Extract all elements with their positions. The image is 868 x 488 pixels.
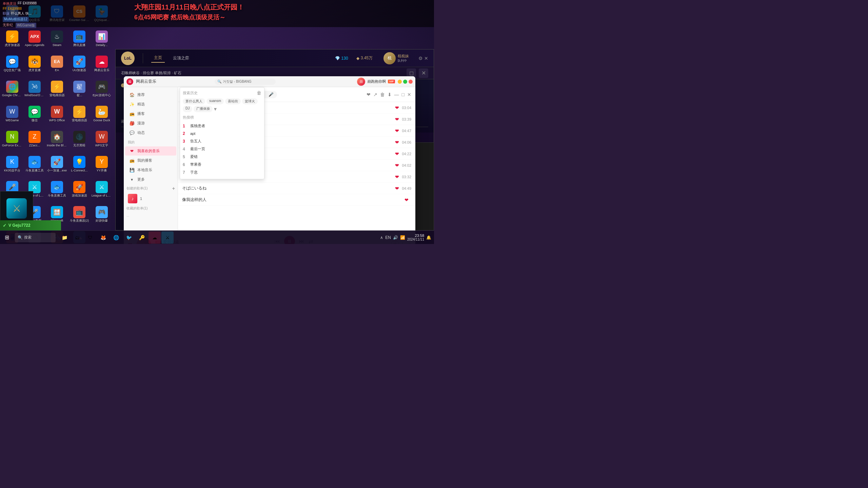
heart-control-icon[interactable]: ❤ [367,92,371,97]
desktop-icon-tencentlive[interactable]: 📺 腾讯直播 [68,26,90,51]
desktop-icon-wegame[interactable]: W WEGame [1,102,23,126]
tray-notification-icon[interactable]: 🔔 [426,235,431,240]
clear-history-icon[interactable]: 🗑 [257,90,261,96]
taskbar-key-icon[interactable]: 🔑 [136,231,148,244]
sidebar-my-podcast[interactable]: 📻 我的播客 [125,156,176,165]
hot-item-5[interactable]: 6 苹果香 [183,161,261,168]
share-control-icon[interactable]: ↗ [373,92,377,97]
saved-playlists-header[interactable]: 收藏的歌单(1) [124,205,178,212]
sidebar-featured[interactable]: ✨ 精选 [125,100,176,109]
desktop-icon-ldemu2[interactable]: ⚡ 雷电模拟器 [68,102,90,126]
minimize-control-icon[interactable]: — [394,92,399,97]
song-item-8[interactable]: そばにいるね ❤ 04:49 [178,183,415,194]
tray-volume-icon[interactable]: 🔊 [393,235,398,240]
desktop-icon-inside[interactable]: 🏠 Inside the BlackRoom... [46,127,68,151]
taskbar-shield-icon[interactable]: 🛡 [84,231,96,244]
title-search-wrap[interactable]: 🔍 거짓말 - BIGBANG [215,79,276,85]
sidebar-more[interactable]: ▾ 更多 [125,175,176,184]
game-nav-home[interactable]: 主页 [151,54,165,63]
tray-wifi-icon[interactable]: 📶 [400,235,405,240]
desktop-icon-qqfriend[interactable]: 💬 QQ交友广场 [1,52,23,76]
desktop-icon-gameacc[interactable]: 🚀 游戏加速器 [68,177,90,201]
desktop-icon-neteasemusic[interactable]: ☁ 网易云音乐 [91,52,113,76]
song-heart-4[interactable]: ❤ [395,140,399,145]
hot-item-6[interactable]: 7 于息 [183,168,261,176]
tray-expand-icon[interactable]: ∧ [380,235,383,240]
sidebar-podcast[interactable]: 📻 播客 [125,109,176,118]
hot-item-3[interactable]: 4 最后一页 [183,145,261,153]
trash-control-icon[interactable]: 🗑 [380,92,385,97]
start-button[interactable]: ⊞ [0,231,14,244]
tag-1[interactable]: suansm [206,98,224,104]
sidebar-explore[interactable]: 🎒 漫游 [125,119,176,128]
desktop-icon-ze[interactable]: 翟 翟... [68,77,90,101]
sidebar-local-music[interactable]: 💾 本地音乐 [125,165,176,175]
desktop-icon-wechat[interactable]: 💬 微信 [24,102,45,126]
desktop-icon-wpstext[interactable]: W WPS文字 [91,127,113,151]
desktop-icon-haoyou[interactable]: 🎮 好游快爆 [91,202,113,226]
close-dot[interactable] [409,80,413,84]
song-heart-2[interactable]: ❤ [395,117,399,122]
desktop-icon-douyu3[interactable]: 📺 斗鱼直播器(2) [68,202,90,226]
desktop-icon-gooseduck[interactable]: 🦢 Goose Duck [91,102,113,126]
desktop-icon-chrome[interactable]: 🌐 Google Chrome [1,77,23,101]
game-close-icon[interactable]: ✕ [424,56,428,61]
desktop-icon-yiacc[interactable]: 🚀 小一加速...exe [46,152,68,176]
song-heart-6[interactable]: ❤ [395,163,399,168]
desktop-icon-kkpk[interactable]: K KK对战平台 [1,152,23,176]
tag-5[interactable]: 广播体操 [194,106,213,112]
song-heart-9[interactable]: ❤ [405,197,409,203]
desktop-icon-zzacc[interactable]: Z ZZacc... [24,127,45,151]
playlist-item-1[interactable]: ♪ 1 [124,192,178,205]
game-settings-icon[interactable]: ⚙ [418,56,423,61]
desktop-icon-yyopen[interactable]: Y YY开播 [91,152,113,176]
desktop-icon-apex[interactable]: APX Apex Legends [24,26,45,51]
hot-item-1[interactable]: 2 apt [183,130,261,137]
desktop-icon-ea[interactable]: EA EA [46,52,68,76]
sidebar-my-music[interactable]: ❤ 我喜欢的音乐 [125,146,176,156]
desktop-icon-windsoul[interactable]: 🌬 WindSoul什家具 [24,77,45,101]
desktop-icon-huyaacc[interactable]: ⚡ 虎牙加速器 [1,26,23,51]
tray-lang-icon[interactable]: EN [385,235,391,240]
desktop-icon-lolfull[interactable]: ⚔ League of Legend... [91,177,113,201]
taskbar-files-icon[interactable]: 🗂 [71,231,83,244]
hot-item-4[interactable]: 5 爱错 [183,153,261,161]
desktop-icon-ldemu[interactable]: ⚡ 雷电模拟器 [46,77,68,101]
desktop-icon-douyu2[interactable]: 🐟 斗鱼直播工具 [46,177,68,201]
desktop-icon-huyalive[interactable]: 🐯 虎牙直播 [24,52,45,76]
queue-close-icon[interactable]: ✕ [419,68,428,78]
song-heart-1[interactable]: ❤ [395,105,399,110]
hot-item-0[interactable]: 1 孤独患者 [183,122,261,130]
taskbar-lol-icon[interactable]: ⚔ [161,231,174,244]
taskbar-bird-icon[interactable]: 🐦 [123,231,135,244]
taskbar-chrome-icon[interactable]: 🌐 [110,231,122,244]
tag-4[interactable]: DJ [183,106,192,112]
add-playlist-icon[interactable]: + [172,186,175,191]
desktop-icon-wuji[interactable]: 🌑 无尽黑暗 [68,127,90,151]
close-control-icon[interactable]: ✕ [407,92,411,97]
desktop-icon-douyu[interactable]: 🐟 斗鱼直播工具 [24,152,45,176]
minimize-dot[interactable] [398,80,402,84]
taskbar-folder-icon[interactable]: 📁 [58,231,71,244]
game-nav-tft[interactable]: 云顶之弈 [170,54,192,62]
desktop-icon-steam[interactable]: ♨ Steam [46,26,68,51]
download-control-icon[interactable]: ⬇ [388,92,392,97]
more-tags-icon[interactable]: ▾ [214,106,217,112]
taskbar-firefox-icon[interactable]: 🦊 [97,231,109,244]
desktop-icon-uuacc[interactable]: 🚀 UU加速器 [68,52,90,76]
taskbar-netease-icon[interactable]: ☁ [149,231,161,244]
song-heart-3[interactable]: ❤ [395,128,399,134]
song-item-9[interactable]: 像我这样的人 ❤ [178,194,415,206]
created-playlists-header[interactable]: 创建的歌单(1) + [124,184,178,192]
song-heart-5[interactable]: ❤ [395,151,399,157]
desktop-icon-lconn[interactable]: 💡 L-Connect... [68,152,90,176]
song-heart-7[interactable]: ❤ [395,174,399,180]
desktop-icon-epic[interactable]: 🎮 Epic游戏中心 [91,77,113,101]
mic-icon[interactable]: 🎤 [269,92,274,97]
tag-2[interactable]: 喜站街 [225,98,241,104]
saved-playlist-item[interactable]: ... [124,212,178,219]
hot-item-2[interactable]: 3 告五人 [183,137,261,145]
tag-3[interactable]: 篮球火 [242,98,258,104]
maximize-dot[interactable] [403,80,407,84]
sidebar-recommend[interactable]: 🏠 推荐 [125,90,176,99]
